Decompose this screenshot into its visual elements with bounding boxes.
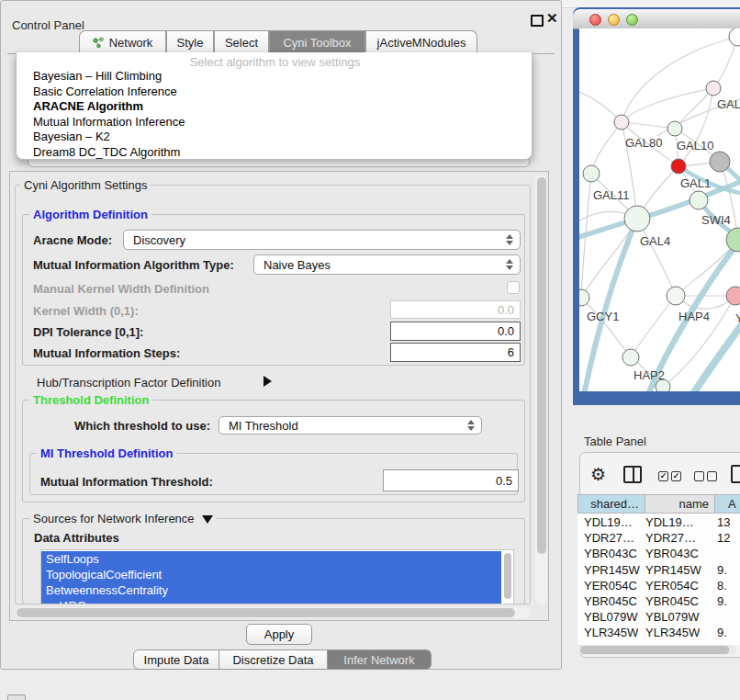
network-node[interactable] <box>579 289 589 306</box>
list-scrollbar-thumb[interactable] <box>504 553 511 599</box>
table-cell[interactable]: YLR345W <box>645 626 700 641</box>
tab-cyni-toolbox[interactable]: Cyni Toolbox <box>269 30 365 53</box>
dropdown-item[interactable]: ARACNE Algorithm <box>33 99 143 114</box>
tab-style-label: Style <box>177 36 204 50</box>
table-cell[interactable]: 9. <box>717 626 727 641</box>
network-node[interactable] <box>726 287 740 305</box>
dropdown-item[interactable]: Bayesian – K2 <box>33 130 110 144</box>
table-horizontal-scrollbar-thumb[interactable] <box>580 646 729 654</box>
table-cell[interactable]: YPR145W <box>584 563 640 579</box>
which-threshold-combo[interactable]: MI Threshold <box>219 416 482 435</box>
aracne-mode-combo[interactable]: Discovery <box>123 230 521 250</box>
dropdown-prompt: Select algorithm to view settings <box>17 55 533 69</box>
network-node[interactable] <box>583 165 600 182</box>
network-node[interactable] <box>671 159 686 174</box>
network-edge-thick <box>691 327 740 391</box>
mi-threshold-definition-title: MI Threshold Definition <box>37 446 176 460</box>
network-canvas[interactable]: GALGAL80GAL10GAL1SWI4GAL11GAL4GCY1HAP4YH… <box>579 28 740 391</box>
shared-header-label: shared… <box>590 497 639 511</box>
dropdown-item[interactable]: Mutual Information Inference <box>33 115 185 130</box>
tab-jactivemnodules[interactable]: jActiveMNodules <box>365 30 477 53</box>
page-icon[interactable] <box>731 465 740 483</box>
kernel-width-field[interactable]: 0.0 <box>390 300 521 319</box>
network-edge <box>678 88 713 166</box>
network-edge <box>591 122 622 174</box>
network-edge <box>622 122 675 129</box>
network-node[interactable] <box>706 81 721 96</box>
column-header-name[interactable]: name <box>645 494 715 514</box>
table-cell[interactable]: YBL079W <box>584 610 638 626</box>
tab-network[interactable]: Network <box>79 30 166 53</box>
attribute-list-item[interactable]: BetweennessCentrality <box>41 582 501 598</box>
bottom-tab-impute-data[interactable]: Impute Data <box>133 649 219 670</box>
table-cell[interactable]: 12 <box>717 531 730 547</box>
collapse-down-icon[interactable] <box>202 515 213 524</box>
network-node[interactable] <box>624 206 650 231</box>
mi-steps-field[interactable]: 6 <box>390 343 521 362</box>
network-node[interactable] <box>690 191 708 209</box>
network-node[interactable] <box>667 287 685 305</box>
mi-algorithm-type-label: Mutual Information Algorithm Type: <box>33 258 234 272</box>
table-cell[interactable]: 8. <box>717 579 727 594</box>
table-cell[interactable]: YDL19… <box>645 515 694 531</box>
kernel-width-label: Kernel Width (0,1): <box>33 304 139 318</box>
settings-vertical-scrollbar-thumb[interactable] <box>537 177 546 554</box>
manual-kernel-width-checkbox[interactable] <box>507 281 520 294</box>
settings-horizontal-scrollbar-thumb[interactable] <box>17 608 515 617</box>
column-header-shared[interactable]: shared… <box>577 494 645 514</box>
dropdown-item[interactable]: Bayesian – Hill Climbing <box>33 69 162 84</box>
gear-icon[interactable]: ⚙ <box>590 464 606 485</box>
table-cell[interactable]: YER054C <box>584 579 637 594</box>
which-threshold-label: Which threshold to use: <box>74 419 210 433</box>
minimize-traffic-light[interactable] <box>608 14 620 26</box>
table-cell[interactable]: YBR043C <box>645 547 699 562</box>
table-cell[interactable]: YBR045C <box>584 594 637 610</box>
bottom-tab-infer-network[interactable]: Infer Network <box>328 649 432 670</box>
apply-button[interactable]: Apply <box>246 624 312 645</box>
table-cell[interactable]: YPR145W <box>645 563 701 579</box>
table-body[interactable]: YDL19…YDL19…13YDR27…YDR27…12YBR043CYBR04… <box>577 514 740 645</box>
column-header-next[interactable]: A <box>715 494 740 514</box>
table-cell[interactable]: 9. <box>717 594 727 610</box>
table-cell[interactable]: YBR043C <box>584 547 637 562</box>
table-cell[interactable]: 13 <box>717 515 730 531</box>
table-cell[interactable]: YDL19… <box>584 515 633 531</box>
table-cell[interactable]: YLR345W <box>584 626 638 641</box>
table-cell[interactable]: 9. <box>717 563 727 579</box>
tab-style[interactable]: Style <box>166 30 214 53</box>
network-edge <box>581 219 637 298</box>
columns-icon[interactable] <box>623 466 642 483</box>
network-node[interactable] <box>667 121 682 136</box>
close-traffic-light[interactable] <box>589 14 601 26</box>
which-threshold-value: MI Threshold <box>229 419 298 433</box>
network-node-label: GAL4 <box>640 234 670 248</box>
network-node-label: GAL <box>717 97 740 111</box>
expand-right-icon[interactable] <box>263 376 272 390</box>
mi-algorithm-type-combo[interactable]: Naive Bayes <box>253 254 521 275</box>
network-node[interactable] <box>729 28 740 46</box>
attribute-list-item[interactable]: SelfLoops <box>41 551 501 567</box>
network-node[interactable] <box>710 152 730 172</box>
tab-select[interactable]: Select <box>214 30 269 53</box>
attribute-list-item[interactable]: gal4RGexp <box>41 598 501 604</box>
table-cell[interactable]: YDR27… <box>584 531 634 547</box>
bottom-corner-button[interactable] <box>7 694 26 700</box>
zoom-traffic-light[interactable] <box>626 14 638 26</box>
dropdown-item[interactable]: Basic Correlation Inference <box>33 85 177 99</box>
deselect-all-checks-icon[interactable] <box>694 471 717 481</box>
dropdown-item[interactable]: Dream8 DC_TDC Algorithm <box>33 145 180 160</box>
bottom-tab-discretize-data[interactable]: Discretize Data <box>219 649 328 670</box>
float-window-button[interactable] <box>531 15 544 27</box>
table-cell[interactable]: YBL079W <box>645 610 700 626</box>
network-node[interactable] <box>622 349 639 366</box>
select-all-checks-icon[interactable]: ✓✓ <box>658 471 681 481</box>
data-attributes-list[interactable]: gal4RGexpBetweennessCentralityTopologica… <box>40 549 514 604</box>
table-cell[interactable]: YBR045C <box>645 594 699 610</box>
dpi-tolerance-field[interactable]: 0.0 <box>390 322 521 341</box>
network-node[interactable] <box>614 115 629 130</box>
table-cell[interactable]: YDR27… <box>645 531 696 547</box>
table-cell[interactable]: YER054C <box>645 579 699 594</box>
close-window-button[interactable]: ✕ <box>546 10 558 27</box>
mi-threshold-field[interactable]: 0.5 <box>383 469 519 491</box>
attribute-list-item[interactable]: TopologicalCoefficient <box>41 567 501 582</box>
